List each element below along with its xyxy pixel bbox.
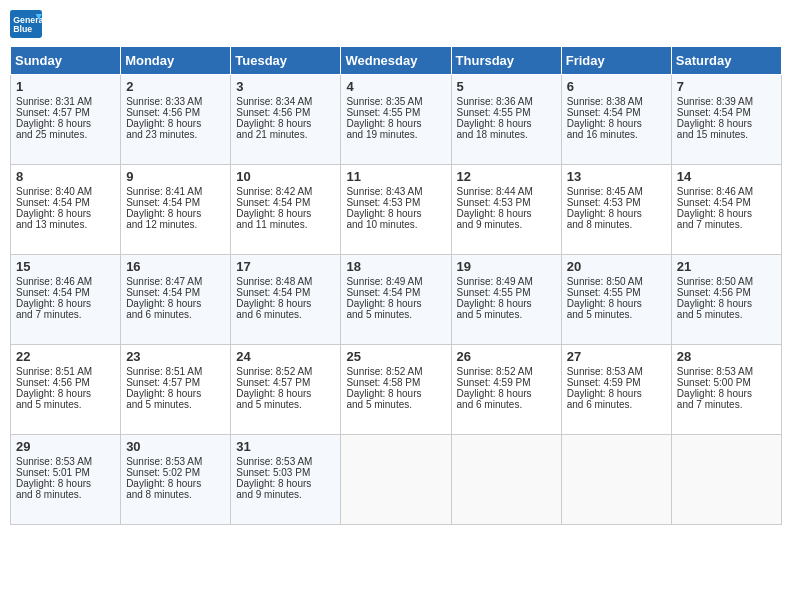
day-info: Sunrise: 8:34 AM: [236, 96, 335, 107]
day-info: Daylight: 8 hours: [236, 118, 335, 129]
day-info: and 9 minutes.: [236, 489, 335, 500]
day-info: Sunset: 4:54 PM: [677, 107, 776, 118]
day-number: 9: [126, 169, 225, 184]
day-info: Sunset: 4:55 PM: [346, 107, 445, 118]
day-number: 16: [126, 259, 225, 274]
day-info: Daylight: 8 hours: [567, 298, 666, 309]
day-number: 28: [677, 349, 776, 364]
calendar-cell: 18Sunrise: 8:49 AMSunset: 4:54 PMDayligh…: [341, 255, 451, 345]
day-info: and 15 minutes.: [677, 129, 776, 140]
day-info: and 5 minutes.: [126, 399, 225, 410]
day-info: and 5 minutes.: [346, 399, 445, 410]
calendar-cell: 7Sunrise: 8:39 AMSunset: 4:54 PMDaylight…: [671, 75, 781, 165]
day-info: Daylight: 8 hours: [236, 298, 335, 309]
day-info: and 13 minutes.: [16, 219, 115, 230]
day-info: Sunrise: 8:41 AM: [126, 186, 225, 197]
calendar-cell: 19Sunrise: 8:49 AMSunset: 4:55 PMDayligh…: [451, 255, 561, 345]
day-info: Daylight: 8 hours: [236, 208, 335, 219]
day-number: 14: [677, 169, 776, 184]
calendar-cell: 2Sunrise: 8:33 AMSunset: 4:56 PMDaylight…: [121, 75, 231, 165]
day-info: Sunset: 4:54 PM: [126, 287, 225, 298]
day-info: Daylight: 8 hours: [16, 298, 115, 309]
day-info: Daylight: 8 hours: [346, 298, 445, 309]
day-info: Sunset: 4:57 PM: [236, 377, 335, 388]
day-info: Daylight: 8 hours: [457, 298, 556, 309]
day-info: Sunrise: 8:52 AM: [457, 366, 556, 377]
col-header-thursday: Thursday: [451, 47, 561, 75]
calendar-cell: 1Sunrise: 8:31 AMSunset: 4:57 PMDaylight…: [11, 75, 121, 165]
day-info: Sunset: 4:54 PM: [126, 197, 225, 208]
day-info: Sunrise: 8:46 AM: [677, 186, 776, 197]
day-number: 21: [677, 259, 776, 274]
day-info: Sunrise: 8:49 AM: [457, 276, 556, 287]
day-info: Sunrise: 8:45 AM: [567, 186, 666, 197]
day-info: and 5 minutes.: [457, 309, 556, 320]
calendar-cell: 8Sunrise: 8:40 AMSunset: 4:54 PMDaylight…: [11, 165, 121, 255]
calendar-cell: 13Sunrise: 8:45 AMSunset: 4:53 PMDayligh…: [561, 165, 671, 255]
day-info: Daylight: 8 hours: [16, 208, 115, 219]
day-info: Daylight: 8 hours: [126, 388, 225, 399]
calendar-cell: 25Sunrise: 8:52 AMSunset: 4:58 PMDayligh…: [341, 345, 451, 435]
day-info: and 5 minutes.: [346, 309, 445, 320]
day-info: Daylight: 8 hours: [346, 118, 445, 129]
day-info: Daylight: 8 hours: [567, 208, 666, 219]
calendar-cell: 21Sunrise: 8:50 AMSunset: 4:56 PMDayligh…: [671, 255, 781, 345]
calendar-cell: 14Sunrise: 8:46 AMSunset: 4:54 PMDayligh…: [671, 165, 781, 255]
day-info: Daylight: 8 hours: [457, 118, 556, 129]
day-info: Sunset: 4:54 PM: [16, 287, 115, 298]
calendar-cell: [671, 435, 781, 525]
day-info: Daylight: 8 hours: [346, 208, 445, 219]
calendar-cell: 6Sunrise: 8:38 AMSunset: 4:54 PMDaylight…: [561, 75, 671, 165]
day-info: Sunset: 4:55 PM: [567, 287, 666, 298]
day-info: Daylight: 8 hours: [126, 118, 225, 129]
day-number: 25: [346, 349, 445, 364]
day-info: and 25 minutes.: [16, 129, 115, 140]
col-header-sunday: Sunday: [11, 47, 121, 75]
col-header-saturday: Saturday: [671, 47, 781, 75]
day-info: Daylight: 8 hours: [16, 118, 115, 129]
day-info: Sunrise: 8:44 AM: [457, 186, 556, 197]
day-number: 31: [236, 439, 335, 454]
calendar-cell: 27Sunrise: 8:53 AMSunset: 4:59 PMDayligh…: [561, 345, 671, 435]
page-header: General Blue: [10, 10, 782, 38]
day-info: Sunrise: 8:53 AM: [236, 456, 335, 467]
day-number: 20: [567, 259, 666, 274]
day-number: 27: [567, 349, 666, 364]
day-number: 23: [126, 349, 225, 364]
day-info: Sunset: 4:55 PM: [457, 107, 556, 118]
day-number: 30: [126, 439, 225, 454]
day-info: Daylight: 8 hours: [16, 388, 115, 399]
day-info: Sunset: 4:57 PM: [16, 107, 115, 118]
day-number: 6: [567, 79, 666, 94]
day-info: Sunrise: 8:53 AM: [677, 366, 776, 377]
day-info: Sunset: 4:56 PM: [16, 377, 115, 388]
calendar-cell: 9Sunrise: 8:41 AMSunset: 4:54 PMDaylight…: [121, 165, 231, 255]
day-info: Sunrise: 8:31 AM: [16, 96, 115, 107]
day-info: Sunset: 4:54 PM: [677, 197, 776, 208]
day-number: 7: [677, 79, 776, 94]
day-info: and 5 minutes.: [567, 309, 666, 320]
day-info: Daylight: 8 hours: [677, 118, 776, 129]
calendar-cell: 31Sunrise: 8:53 AMSunset: 5:03 PMDayligh…: [231, 435, 341, 525]
day-info: and 23 minutes.: [126, 129, 225, 140]
calendar-table: SundayMondayTuesdayWednesdayThursdayFrid…: [10, 46, 782, 525]
day-info: Sunset: 4:56 PM: [126, 107, 225, 118]
day-info: Sunrise: 8:53 AM: [126, 456, 225, 467]
day-info: and 6 minutes.: [236, 309, 335, 320]
calendar-cell: 29Sunrise: 8:53 AMSunset: 5:01 PMDayligh…: [11, 435, 121, 525]
day-number: 29: [16, 439, 115, 454]
logo: General Blue: [10, 10, 42, 38]
col-header-monday: Monday: [121, 47, 231, 75]
day-info: Sunrise: 8:36 AM: [457, 96, 556, 107]
day-info: and 7 minutes.: [16, 309, 115, 320]
day-info: Daylight: 8 hours: [16, 478, 115, 489]
day-info: Daylight: 8 hours: [236, 388, 335, 399]
calendar-cell: 3Sunrise: 8:34 AMSunset: 4:56 PMDaylight…: [231, 75, 341, 165]
day-info: Daylight: 8 hours: [677, 298, 776, 309]
day-number: 19: [457, 259, 556, 274]
day-info: Sunrise: 8:35 AM: [346, 96, 445, 107]
day-info: and 9 minutes.: [457, 219, 556, 230]
day-info: Sunrise: 8:42 AM: [236, 186, 335, 197]
day-info: Sunrise: 8:39 AM: [677, 96, 776, 107]
day-info: Sunrise: 8:53 AM: [567, 366, 666, 377]
